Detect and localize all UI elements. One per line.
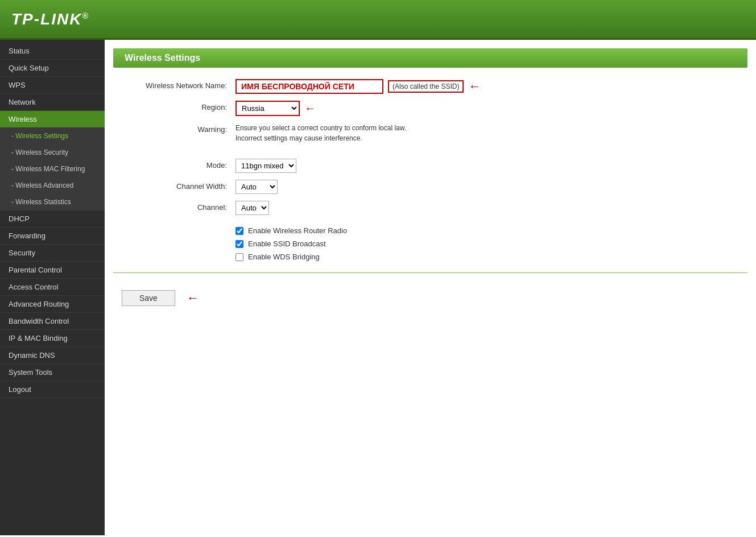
channel-width-select[interactable]: Auto 20MHz 40MHz <box>236 180 278 194</box>
sidebar-item-wps[interactable]: WPS <box>0 77 105 94</box>
mode-row: Mode: 11bgn mixed 11bg mixed 11n only 11… <box>122 159 739 173</box>
main-content: Wireless Settings Wireless Network Name:… <box>105 40 756 535</box>
mode-label: Mode: <box>122 159 236 170</box>
region-arrow: ← <box>304 102 316 115</box>
enable-ssid-row: Enable SSID Broadcast <box>236 239 739 248</box>
logo: TP-LINK® <box>11 10 89 28</box>
sidebar-item-wireless-statistics[interactable]: - Wireless Statistics <box>0 194 105 210</box>
divider <box>113 272 747 273</box>
checkbox-section: Enable Wireless Router Radio Enable SSID… <box>236 226 739 261</box>
sidebar-item-wireless-mac-filtering[interactable]: - Wireless MAC Filtering <box>0 161 105 177</box>
sidebar-item-advanced-routing[interactable]: Advanced Routing <box>0 296 105 313</box>
save-section: Save ← <box>105 284 756 317</box>
network-name-label: Wireless Network Name: <box>122 79 236 90</box>
sidebar-item-dynamic-dns[interactable]: Dynamic DNS <box>0 347 105 364</box>
region-row: Region: Russia United States China Germa… <box>122 101 739 116</box>
sidebar-item-bandwidth-control[interactable]: Bandwidth Control <box>0 313 105 330</box>
network-name-row: Wireless Network Name: (Also called the … <box>122 79 739 94</box>
channel-label: Channel: <box>122 201 236 212</box>
sidebar-item-network[interactable]: Network <box>0 94 105 111</box>
ssid-arrow: ← <box>468 79 481 94</box>
sidebar-item-access-control[interactable]: Access Control <box>0 279 105 296</box>
sidebar-item-wireless-settings[interactable]: - Wireless Settings <box>0 128 105 144</box>
network-name-control: (Also called the SSID) ← <box>236 79 739 94</box>
warning-label: Warning: <box>122 123 236 134</box>
enable-wds-label: Enable WDS Bridging <box>248 253 320 261</box>
channel-control: Auto 123 456 789 10111213 <box>236 201 739 215</box>
enable-wds-checkbox[interactable] <box>236 253 243 261</box>
enable-radio-row: Enable Wireless Router Radio <box>236 226 739 235</box>
header: TP-LINK® <box>0 0 756 40</box>
save-arrow: ← <box>187 291 199 305</box>
save-button[interactable]: Save <box>122 290 175 306</box>
enable-ssid-label: Enable SSID Broadcast <box>248 239 326 248</box>
sidebar-item-wireless-security[interactable]: - Wireless Security <box>0 144 105 161</box>
enable-wds-row: Enable WDS Bridging <box>236 253 739 261</box>
region-control: Russia United States China Germany ← <box>236 101 739 116</box>
enable-radio-checkbox[interactable] <box>236 227 243 235</box>
mode-control: 11bgn mixed 11bg mixed 11n only 11g only… <box>236 159 739 173</box>
sidebar-item-wireless[interactable]: Wireless <box>0 111 105 128</box>
layout: StatusQuick SetupWPSNetworkWireless- Wir… <box>0 40 756 535</box>
warning-text: Ensure you select a correct country to c… <box>236 123 739 143</box>
sidebar-item-dhcp[interactable]: DHCP <box>0 210 105 228</box>
sidebar-item-logout[interactable]: Logout <box>0 381 105 398</box>
mode-select[interactable]: 11bgn mixed 11bg mixed 11n only 11g only… <box>236 159 296 173</box>
channel-select[interactable]: Auto 123 456 789 10111213 <box>236 201 269 215</box>
sidebar-item-wireless-advanced[interactable]: - Wireless Advanced <box>0 177 105 194</box>
page-title: Wireless Settings <box>113 48 747 68</box>
sidebar: StatusQuick SetupWPSNetworkWireless- Wir… <box>0 40 105 535</box>
sidebar-item-system-tools[interactable]: System Tools <box>0 364 105 381</box>
sidebar-item-parental-control[interactable]: Parental Control <box>0 262 105 279</box>
warning-row: Warning: Ensure you select a correct cou… <box>122 123 739 143</box>
sidebar-item-status[interactable]: Status <box>0 43 105 60</box>
region-label: Region: <box>122 101 236 111</box>
region-select[interactable]: Russia United States China Germany <box>236 101 300 116</box>
channel-width-row: Channel Width: Auto 20MHz 40MHz <box>122 180 739 194</box>
channel-width-label: Channel Width: <box>122 180 236 191</box>
content-area: Wireless Network Name: (Also called the … <box>105 79 756 261</box>
channel-width-control: Auto 20MHz 40MHz <box>236 180 739 194</box>
enable-ssid-checkbox[interactable] <box>236 240 243 248</box>
channel-row: Channel: Auto 123 456 789 10111213 <box>122 201 739 215</box>
sidebar-item-quick-setup[interactable]: Quick Setup <box>0 60 105 77</box>
network-name-input[interactable] <box>236 79 383 94</box>
ssid-hint: (Also called the SSID) <box>388 80 464 93</box>
sidebar-item-ip-mac-binding[interactable]: IP & MAC Binding <box>0 330 105 347</box>
sidebar-item-security[interactable]: Security <box>0 245 105 262</box>
sidebar-item-forwarding[interactable]: Forwarding <box>0 228 105 245</box>
enable-radio-label: Enable Wireless Router Radio <box>248 226 347 235</box>
